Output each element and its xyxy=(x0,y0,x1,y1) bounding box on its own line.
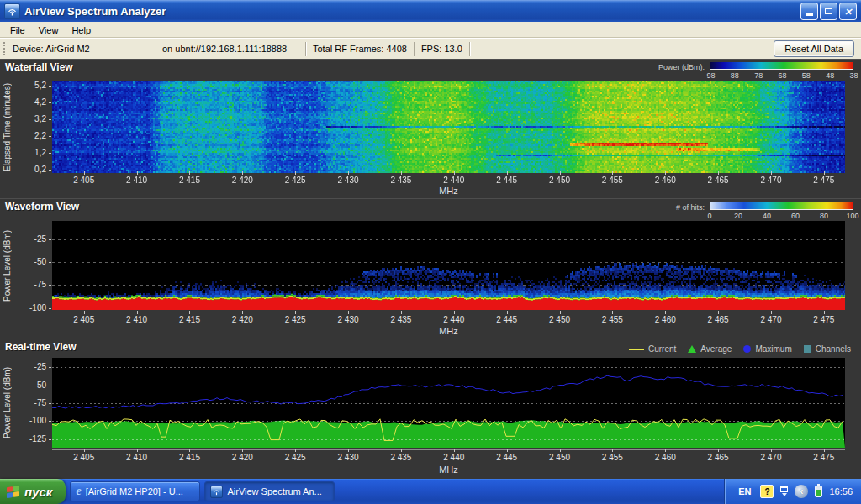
toolbar-separator xyxy=(305,42,306,56)
y-tick-mark xyxy=(49,421,51,422)
y-tick-mark xyxy=(49,239,51,240)
x-tick-label: 2 415 xyxy=(179,315,200,324)
colorbar-tick-label: 40 xyxy=(763,212,771,220)
hide-icons-button[interactable]: ‹ xyxy=(795,485,808,498)
clock[interactable]: 16:56 xyxy=(829,486,853,496)
realtime-panel: Real-time View CurrentAverageMaximumChan… xyxy=(0,339,861,479)
x-tick-label: 2 475 xyxy=(813,315,834,324)
colorbar-tick-label: -68 xyxy=(775,71,786,80)
realtime-chart-canvas xyxy=(52,358,845,448)
x-tick-mark xyxy=(718,311,719,314)
x-tick-mark xyxy=(137,311,138,314)
x-tick-label: 2 445 xyxy=(496,176,517,185)
y-tick-mark xyxy=(49,86,51,87)
x-tick-mark xyxy=(242,449,243,452)
legend-item-average: Average xyxy=(688,344,732,354)
toolbar-grip[interactable] xyxy=(3,42,8,55)
colorbar-tick-label: 100 xyxy=(846,212,858,220)
taskbar-item-airview[interactable]: AirView Spectrum An... xyxy=(204,481,335,501)
toolbar: Device: AirGrid M2 on ubnt://192.168.1.1… xyxy=(0,38,861,59)
x-tick-mark xyxy=(454,311,455,314)
x-tick-label: 2 420 xyxy=(232,315,253,324)
panel-title: Waveform View xyxy=(5,201,79,213)
average-legend-icon xyxy=(688,345,696,353)
colorbar-tick-label: -88 xyxy=(728,71,739,80)
colorbar-tick-label: 80 xyxy=(820,212,828,220)
x-tick-mark xyxy=(348,171,349,175)
menu-item-help[interactable]: Help xyxy=(65,24,98,37)
channels-legend-icon xyxy=(804,345,811,353)
x-tick-mark xyxy=(401,449,402,452)
x-tick-label: 2 435 xyxy=(390,453,411,462)
x-tick-label: 2 430 xyxy=(338,453,359,462)
x-tick-mark xyxy=(137,449,138,452)
x-tick-mark xyxy=(84,449,85,452)
hits-legend: # of hits: 020406080100 xyxy=(676,202,853,221)
panel-title: Real-time View xyxy=(5,341,76,353)
x-tick-mark xyxy=(242,171,243,175)
x-tick-label: 2 405 xyxy=(73,176,94,185)
menu-item-file[interactable]: File xyxy=(3,24,32,37)
x-tick-label: 2 405 xyxy=(73,315,94,324)
x-tick-mark xyxy=(507,449,508,452)
colorbar-tick-label: -58 xyxy=(800,71,811,80)
y-tick-mark xyxy=(49,386,51,386)
window-title: AirView Spectrum Analyzer xyxy=(24,5,796,18)
y-tick-mark xyxy=(49,153,51,154)
close-icon xyxy=(844,3,852,18)
x-tick-mark xyxy=(189,449,190,452)
x-tick-mark xyxy=(824,449,825,452)
waterfall-panel: Waterfall View Power (dBm): -98-88-78-68… xyxy=(0,59,861,198)
colorbar-tick-label: -98 xyxy=(704,71,715,80)
x-tick-mark xyxy=(665,171,666,175)
minimize-button[interactable] xyxy=(800,3,818,20)
y-tick-mark xyxy=(49,285,51,286)
x-tick-label: 2 440 xyxy=(443,315,464,324)
x-tick-label: 2 465 xyxy=(708,453,729,462)
y-tick-label: -25 xyxy=(0,362,46,371)
system-tray: EN ? ‹ 16:56 xyxy=(725,479,861,504)
window-tray-icon[interactable] xyxy=(780,486,788,496)
x-tick-mark xyxy=(401,171,402,175)
taskbar-item-airgrid[interactable]: e [AirGrid M2 HP20] - U... xyxy=(70,481,200,501)
window-titlebar: AirView Spectrum Analyzer xyxy=(0,0,861,22)
x-tick-label: 2 450 xyxy=(549,176,570,185)
x-tick-label: 2 410 xyxy=(126,315,147,324)
y-tick-mark xyxy=(49,136,51,137)
y-tick-label: -75 xyxy=(0,280,46,289)
x-tick-mark xyxy=(84,311,85,314)
reset-all-data-button[interactable]: Reset All Data xyxy=(774,40,854,57)
x-tick-mark xyxy=(560,171,561,175)
x-tick-mark xyxy=(560,449,561,452)
x-tick-label: 2 445 xyxy=(496,315,517,324)
waveform-heatmap-canvas xyxy=(52,221,845,310)
help-tray-icon[interactable]: ? xyxy=(760,485,774,498)
x-tick-label: 2 465 xyxy=(708,176,729,185)
y-tick-label: -50 xyxy=(0,381,46,390)
y-tick-label: 3,2 xyxy=(0,114,46,123)
x-tick-label: 2 425 xyxy=(285,453,306,462)
battery-icon[interactable] xyxy=(815,486,822,497)
restore-button[interactable] xyxy=(820,3,837,20)
x-tick-mark xyxy=(348,311,349,314)
x-tick-mark xyxy=(507,171,508,175)
x-tick-label: 2 470 xyxy=(760,176,781,185)
y-tick-label: 0,2 xyxy=(0,165,46,174)
x-tick-mark xyxy=(295,171,296,175)
x-tick-label: 2 455 xyxy=(602,176,623,185)
y-tick-label: -25 xyxy=(0,234,46,244)
connection-label: on ubnt://192.168.1.111:18888 xyxy=(162,44,298,54)
airview-icon xyxy=(210,486,223,498)
x-tick-label: 2 425 xyxy=(285,176,306,185)
rf-frames-label: Total RF Frames: 4408 xyxy=(313,44,407,54)
menu-item-view[interactable]: View xyxy=(32,24,66,37)
x-tick-label: 2 475 xyxy=(813,176,834,185)
x-tick-mark xyxy=(189,311,190,314)
start-button[interactable]: пуск xyxy=(0,479,66,504)
x-tick-mark xyxy=(560,311,561,314)
y-tick-mark xyxy=(49,262,51,263)
device-label: Device: AirGrid M2 xyxy=(13,44,162,54)
close-button[interactable] xyxy=(839,3,857,20)
language-indicator[interactable]: EN xyxy=(736,486,753,497)
y-tick-mark xyxy=(49,102,51,103)
